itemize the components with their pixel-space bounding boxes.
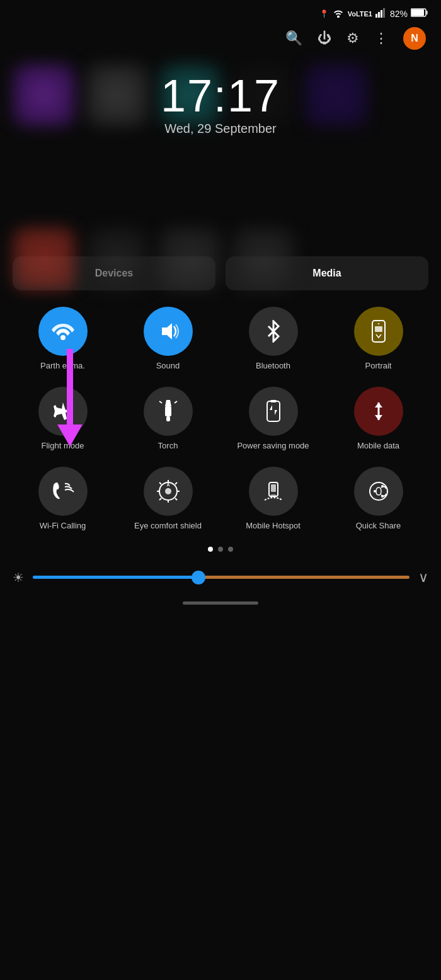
toggle-power-saving[interactable]: Power saving mode	[229, 387, 318, 452]
dot-2	[218, 547, 223, 552]
app-row-bottom	[13, 227, 428, 290]
quick-share-label: Quick Share	[356, 521, 401, 532]
app-blob-6	[13, 227, 76, 290]
app-blob-9	[232, 227, 295, 290]
svg-point-38	[374, 490, 376, 493]
settings-icon[interactable]: ⚙	[346, 30, 359, 47]
svg-rect-6	[411, 9, 424, 16]
torch-icon-circle	[144, 387, 193, 436]
svg-rect-0	[375, 14, 377, 18]
svg-point-37	[370, 482, 387, 500]
svg-rect-20	[270, 400, 277, 402]
svg-marker-22	[375, 415, 382, 420]
svg-rect-15	[166, 416, 170, 421]
svg-marker-8	[162, 323, 172, 339]
svg-rect-35	[271, 484, 276, 492]
status-bar: 📍 VoLTE1 82%	[0, 0, 441, 25]
sound-icon-circle	[144, 307, 193, 356]
torch-label: Torch	[158, 441, 178, 452]
top-action-bar: 🔍 ⏻ ⚙ ⋮ N	[0, 25, 441, 57]
wifi-icon	[332, 8, 345, 20]
svg-line-33	[175, 498, 177, 500]
svg-line-18	[175, 401, 177, 403]
svg-point-39	[381, 485, 384, 487]
toggle-row-1: Parth eema. Sound Bluetooth	[10, 307, 431, 372]
mobile-data-icon-circle	[354, 387, 403, 436]
chevron-down-icon[interactable]: ∨	[418, 569, 428, 586]
toggle-quick-share[interactable]: Quick Share	[335, 467, 423, 532]
svg-rect-19	[267, 401, 280, 421]
signal-icon	[375, 8, 387, 20]
svg-rect-14	[165, 406, 171, 416]
svg-line-30	[159, 482, 161, 484]
svg-line-32	[159, 498, 161, 500]
svg-rect-3	[383, 8, 385, 18]
flight-mode-label: Flight mode	[42, 441, 84, 452]
eye-comfort-label: Eye comfort shield	[134, 521, 202, 532]
svg-rect-36	[271, 494, 276, 497]
mobile-hotspot-icon-circle	[249, 467, 298, 516]
brightness-slider-thumb[interactable]	[192, 571, 205, 584]
toggle-portrait[interactable]: Portrait	[335, 307, 423, 372]
portrait-label: Portrait	[365, 361, 392, 372]
power-saving-label: Power saving mode	[237, 441, 309, 452]
volte-icon: VoLTE1	[348, 10, 372, 18]
flight-mode-icon-circle	[38, 387, 88, 436]
svg-rect-1	[378, 12, 380, 18]
dot-1	[208, 547, 213, 552]
annotation-container: Flight mode Torch	[10, 387, 431, 452]
battery-percentage: 82%	[390, 9, 408, 19]
toggle-bluetooth[interactable]: Bluetooth	[229, 307, 318, 372]
sound-label: Sound	[156, 361, 180, 372]
power-icon[interactable]: ⏻	[318, 30, 331, 47]
power-saving-icon-circle	[249, 387, 298, 436]
toggle-mobile-data[interactable]: Mobile data	[335, 387, 423, 452]
quick-toggles: Parth eema. Sound Bluetooth	[0, 300, 441, 532]
home-indicator	[0, 591, 441, 616]
eye-comfort-icon-circle: A	[144, 467, 193, 516]
svg-marker-21	[375, 402, 382, 407]
app-blob-7	[86, 227, 149, 290]
svg-rect-2	[381, 10, 382, 18]
search-icon[interactable]: 🔍	[285, 30, 302, 47]
svg-point-7	[60, 335, 66, 340]
toggle-eye-comfort[interactable]: A Eye comfort shield	[124, 467, 212, 532]
battery-icon	[411, 8, 428, 19]
bluetooth-icon-circle	[249, 307, 298, 356]
svg-point-11	[377, 323, 379, 325]
toggle-mobile-hotspot[interactable]: Mobile Hotspot	[229, 467, 318, 532]
clock-date: Wed, 29 September	[0, 122, 441, 136]
svg-rect-5	[426, 11, 428, 14]
toggle-sound[interactable]: Sound	[124, 307, 212, 372]
toggle-wifi-calling[interactable]: Wi-Fi Calling	[19, 467, 107, 532]
toggle-flight-mode[interactable]: Flight mode	[19, 387, 107, 452]
bluetooth-label: Bluetooth	[256, 361, 290, 372]
svg-line-16	[159, 401, 162, 403]
toggle-row-3: Wi-Fi Calling A Eye comfort	[10, 467, 431, 532]
quick-share-icon-circle	[354, 467, 403, 516]
portrait-icon-circle	[354, 307, 403, 356]
brightness-icon: ☀	[13, 570, 24, 585]
brightness-slider-track[interactable]	[33, 576, 410, 579]
wifi-calling-label: Wi-Fi Calling	[40, 521, 86, 532]
toggle-wifi-hotspot[interactable]: Parth eema.	[19, 307, 107, 372]
location-icon: 📍	[319, 9, 329, 18]
svg-point-24	[165, 488, 171, 494]
dot-3	[228, 547, 233, 552]
brightness-row: ☀ ∨	[0, 564, 441, 591]
user-avatar[interactable]: N	[403, 27, 426, 50]
mobile-hotspot-label: Mobile Hotspot	[246, 521, 301, 532]
svg-rect-10	[375, 326, 382, 332]
app-blob-8	[159, 227, 222, 290]
toggle-row-2: Flight mode Torch	[10, 387, 431, 452]
more-icon[interactable]: ⋮	[374, 30, 388, 47]
toggle-torch[interactable]: Torch	[124, 387, 212, 452]
clock-time: 17:17	[0, 70, 441, 122]
pagination-dots	[0, 547, 441, 552]
home-bar	[183, 601, 258, 605]
wifi-hotspot-label: Parth eema.	[40, 361, 85, 372]
clock-section: 17:17 Wed, 29 September	[0, 70, 441, 136]
app-icons-background: 17:17 Wed, 29 September	[0, 57, 441, 246]
wifi-hotspot-icon-circle	[38, 307, 88, 356]
svg-text:A: A	[166, 482, 169, 487]
